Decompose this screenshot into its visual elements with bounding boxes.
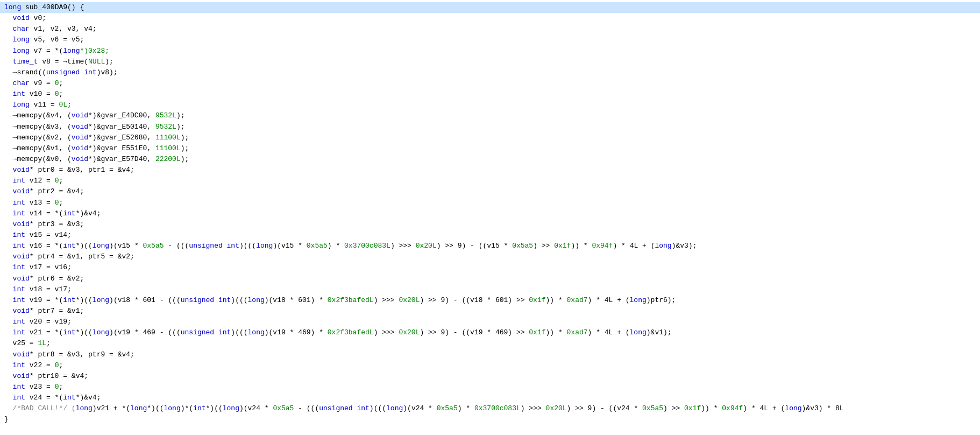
code-line: →srand((unsigned int)v8); xyxy=(0,67,980,78)
code-line: void* ptr6 = &v2; xyxy=(0,273,980,284)
code-line: long v11 = 0L; xyxy=(0,100,980,110)
code-line: void* ptr8 = &v3, ptr9 = &v4; xyxy=(0,349,980,360)
code-line: int v17 = v16; xyxy=(0,262,980,273)
code-line: →memcpy(&v4, (void*)&gvar_E4DC00, 9532L)… xyxy=(0,110,980,121)
code-line: void* ptr3 = &v3; xyxy=(0,219,980,230)
code-line: } xyxy=(0,414,980,425)
code-line: long sub_400DA9() { xyxy=(0,2,980,13)
code-line: char v1, v2, v3, v4; xyxy=(0,24,980,34)
code-line: void* ptr10 = &v4; xyxy=(0,371,980,382)
code-line: int v22 = 0; xyxy=(0,360,980,371)
code-line: int v15 = v14; xyxy=(0,230,980,241)
code-line: time_t v8 = →time(NULL); xyxy=(0,57,980,67)
code-line: →memcpy(&v0, (void*)&gvar_E57D40, 22200L… xyxy=(0,154,980,165)
code-line: →memcpy(&v2, (void*)&gvar_E52680, 11100L… xyxy=(0,132,980,143)
code-line: void* ptr2 = &v4; xyxy=(0,186,980,197)
code-line: /*BAD_CALL!*/ (long)v21 + *(long*)((long… xyxy=(0,403,980,414)
code-line: long v7 = *(long*)0x28; xyxy=(0,46,980,57)
code-line: int v10 = 0; xyxy=(0,89,980,100)
code-line: void* ptr7 = &v1; xyxy=(0,306,980,317)
code-line: int v24 = *(int*)&v4; xyxy=(0,392,980,403)
code-line: int v23 = 0; xyxy=(0,382,980,392)
code-line: void* ptr0 = &v3, ptr1 = &v4; xyxy=(0,165,980,176)
code-line: int v18 = v17; xyxy=(0,284,980,295)
code-line: int v13 = 0; xyxy=(0,198,980,208)
code-line: →memcpy(&v1, (void*)&gvar_E551E0, 11100L… xyxy=(0,143,980,154)
code-line: int v14 = *(int*)&v4; xyxy=(0,208,980,219)
code-line: →memcpy(&v3, (void*)&gvar_E50140, 9532L)… xyxy=(0,122,980,132)
code-line: int v16 = *(int*)((long)(v15 * 0x5a5 - (… xyxy=(0,241,980,251)
code-line: void* ptr4 = &v1, ptr5 = &v2; xyxy=(0,251,980,262)
code-line: void v0; xyxy=(0,13,980,24)
code-line: int v20 = v19; xyxy=(0,317,980,327)
code-line: v25 = 1L; xyxy=(0,338,980,349)
code-line: int v21 = *(int*)((long)(v19 * 469 - (((… xyxy=(0,327,980,338)
code-line: int v12 = 0; xyxy=(0,176,980,186)
code-line: long v5, v6 = v5; xyxy=(0,34,980,45)
code-container: long sub_400DA9() { void v0; char v1, v2… xyxy=(0,0,980,435)
code-line: int v19 = *(int*)((long)(v18 * 601 - (((… xyxy=(0,295,980,306)
code-line: char v9 = 0; xyxy=(0,78,980,89)
